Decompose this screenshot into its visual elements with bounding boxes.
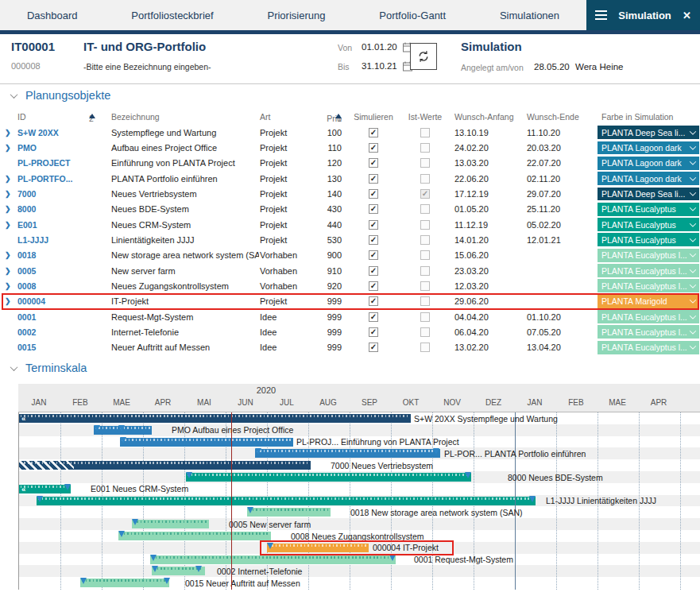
hamburger-icon[interactable] bbox=[595, 10, 607, 20]
color-select[interactable]: PLANTA Deep Sea li... bbox=[598, 188, 699, 201]
row-id[interactable]: 0001 bbox=[17, 309, 84, 324]
expand-arrow-icon[interactable]: ❯ bbox=[5, 171, 11, 186]
milestone-marker-icon[interactable] bbox=[529, 496, 536, 502]
milestone-marker-icon[interactable] bbox=[186, 472, 192, 478]
col-art[interactable]: Art bbox=[260, 112, 270, 122]
col-ist-werte[interactable]: Ist-Werte bbox=[405, 112, 445, 122]
table-row[interactable]: ❯PL-PORTFO...PLANTA Portfolio einführenP… bbox=[0, 171, 700, 186]
gantt-bar[interactable] bbox=[19, 461, 311, 470]
row-id[interactable]: E001 bbox=[17, 217, 84, 232]
nav-tab-simulationen[interactable]: Simulationen bbox=[500, 10, 559, 21]
color-select[interactable]: PLANTA Lagoon dark bbox=[598, 141, 699, 155]
checkbox-simulieren[interactable]: ✓ bbox=[369, 143, 378, 153]
milestone-marker-icon[interactable] bbox=[152, 566, 158, 572]
collapse-chevron-icon[interactable] bbox=[10, 363, 18, 371]
expand-arrow-icon[interactable]: ❯ bbox=[5, 294, 11, 309]
nav-tab-dashboard[interactable]: Dashboard bbox=[27, 10, 78, 21]
checkbox-ist-werte[interactable] bbox=[420, 343, 430, 352]
color-select[interactable]: PLANTA Eucalyptus bbox=[598, 218, 699, 231]
milestone-marker-icon[interactable] bbox=[150, 555, 157, 561]
gantt-bar[interactable] bbox=[19, 414, 411, 423]
expand-arrow-icon[interactable]: ❯ bbox=[5, 125, 11, 140]
gantt-bar[interactable] bbox=[80, 579, 169, 587]
row-id[interactable]: 0005 bbox=[17, 263, 84, 278]
color-select[interactable]: PLANTA Eucalyptus bbox=[598, 233, 699, 246]
row-id[interactable]: 0008 bbox=[17, 278, 84, 293]
row-id[interactable]: S+W 20XX bbox=[17, 125, 84, 140]
checkbox-ist-werte[interactable] bbox=[420, 250, 430, 260]
expand-arrow-icon[interactable]: ❯ bbox=[5, 248, 11, 263]
milestone-marker-icon[interactable] bbox=[118, 425, 125, 432]
color-select[interactable]: PLANTA Eucalyptus l... bbox=[598, 341, 699, 354]
milestone-marker-icon[interactable] bbox=[389, 555, 396, 561]
col-id[interactable]: ID bbox=[17, 112, 26, 122]
checkbox-ist-werte[interactable] bbox=[420, 266, 430, 276]
milestone-marker-icon[interactable] bbox=[37, 496, 43, 502]
checkbox-simulieren[interactable]: ✓ bbox=[369, 266, 378, 276]
checkbox-ist-werte[interactable] bbox=[420, 204, 430, 214]
checkbox-ist-werte[interactable]: ✓ bbox=[420, 189, 430, 199]
table-row[interactable]: PL-PROJECTEinführung von PLANTA ProjectP… bbox=[0, 156, 700, 171]
milestone-marker-icon[interactable] bbox=[255, 448, 261, 455]
nav-tab-portfoliosteckbrief[interactable]: Portfoliosteckbrief bbox=[131, 10, 213, 21]
gantt-bar[interactable] bbox=[255, 449, 440, 458]
checkbox-ist-werte[interactable] bbox=[420, 281, 430, 291]
gantt-bar[interactable] bbox=[267, 544, 369, 552]
row-id[interactable]: 0002 bbox=[17, 324, 84, 339]
checkbox-simulieren[interactable]: ✓ bbox=[369, 158, 378, 168]
col-farbe[interactable]: Farbe in Simulation bbox=[601, 112, 673, 122]
table-row[interactable]: ❯PMOAufbau eines Project OfficeProjekt11… bbox=[0, 140, 700, 155]
color-select[interactable]: PLANTA Eucalyptus l... bbox=[598, 279, 699, 292]
row-id[interactable]: PL-PROJECT bbox=[17, 156, 84, 171]
gantt-bar[interactable] bbox=[118, 532, 271, 540]
col-simulieren[interactable]: Simulieren bbox=[342, 112, 405, 122]
checkbox-ist-werte[interactable] bbox=[420, 235, 430, 245]
table-row[interactable]: 0002Internet-TelefonieIdee999✓06.04.2007… bbox=[0, 324, 700, 339]
checkbox-ist-werte[interactable] bbox=[420, 220, 430, 230]
expand-arrow-icon[interactable]: ❯ bbox=[5, 278, 11, 293]
color-select[interactable]: PLANTA Eucalyptus l... bbox=[598, 325, 699, 339]
checkbox-simulieren[interactable]: ✓ bbox=[369, 343, 378, 352]
color-select[interactable]: PLANTA Lagoon dark bbox=[598, 172, 699, 185]
milestone-marker-icon[interactable] bbox=[64, 484, 71, 490]
table-row[interactable]: ❯E001Neues CRM-SystemProjekt440✓11.12.19… bbox=[0, 217, 700, 232]
table-row[interactable]: ❯7000Neues VertriebsystemProjekt140✓✓17.… bbox=[0, 186, 700, 201]
col-wunsch-anfang[interactable]: Wunsch-Anfang bbox=[454, 112, 514, 122]
von-date-field[interactable]: 01.01.20 bbox=[362, 42, 397, 52]
milestone-marker-icon[interactable] bbox=[247, 507, 253, 513]
color-select[interactable]: PLANTA Eucalyptus l... bbox=[598, 249, 699, 262]
refresh-button[interactable] bbox=[410, 43, 437, 70]
table-row[interactable]: L1-JJJJLinientätigkeiten JJJJProjekt530✓… bbox=[0, 232, 700, 247]
milestone-marker-icon[interactable] bbox=[94, 425, 100, 432]
milestone-marker-icon[interactable] bbox=[164, 578, 170, 584]
checkbox-ist-werte[interactable] bbox=[420, 128, 430, 137]
gantt-bar[interactable] bbox=[150, 555, 396, 564]
color-select[interactable]: PLANTA Deep Sea li... bbox=[598, 126, 699, 139]
table-row[interactable]: ❯S+W 20XXSystempflege und WartungProjekt… bbox=[0, 125, 700, 140]
gantt-bar[interactable] bbox=[37, 497, 536, 505]
table-row[interactable]: ❯000004IT-ProjektProjekt999✓29.06.20PLAN… bbox=[0, 294, 700, 309]
checkbox-ist-werte[interactable] bbox=[420, 143, 430, 153]
gantt-bar[interactable] bbox=[186, 473, 471, 482]
tab-simulation-active[interactable]: Simulation ✕ bbox=[586, 0, 700, 30]
row-id[interactable]: 7000 bbox=[17, 186, 84, 201]
checkbox-ist-werte[interactable] bbox=[420, 312, 430, 322]
checkbox-ist-werte[interactable] bbox=[420, 158, 430, 168]
color-select[interactable]: PLANTA Eucalyptus l... bbox=[598, 310, 699, 323]
gantt-bar[interactable] bbox=[19, 485, 71, 493]
row-id[interactable]: PMO bbox=[17, 140, 84, 155]
color-select[interactable]: PLANTA Eucalyptus l... bbox=[598, 264, 699, 277]
expand-arrow-icon[interactable]: ❯ bbox=[5, 263, 11, 278]
table-row[interactable]: 0015Neuer Auftritt auf MessenIdee999✓13.… bbox=[0, 340, 700, 355]
checkbox-simulieren[interactable]: ✓ bbox=[369, 204, 378, 214]
table-row[interactable]: ❯0018New storage area network system (SA… bbox=[0, 248, 700, 263]
close-icon[interactable]: ✕ bbox=[683, 10, 691, 21]
checkbox-simulieren[interactable]: ✓ bbox=[369, 327, 378, 337]
checkbox-simulieren[interactable]: ✓ bbox=[369, 174, 378, 184]
table-row[interactable]: ❯0008Neues ZugangskontrollsystemVorhaben… bbox=[0, 278, 700, 293]
checkbox-ist-werte[interactable] bbox=[420, 327, 430, 337]
milestone-marker-icon[interactable] bbox=[120, 437, 126, 443]
col-wunsch-ende[interactable]: Wunsch-Ende bbox=[527, 112, 579, 122]
bis-date-field[interactable]: 31.10.21 bbox=[362, 61, 397, 71]
color-select[interactable]: PLANTA Marigold bbox=[598, 295, 699, 308]
